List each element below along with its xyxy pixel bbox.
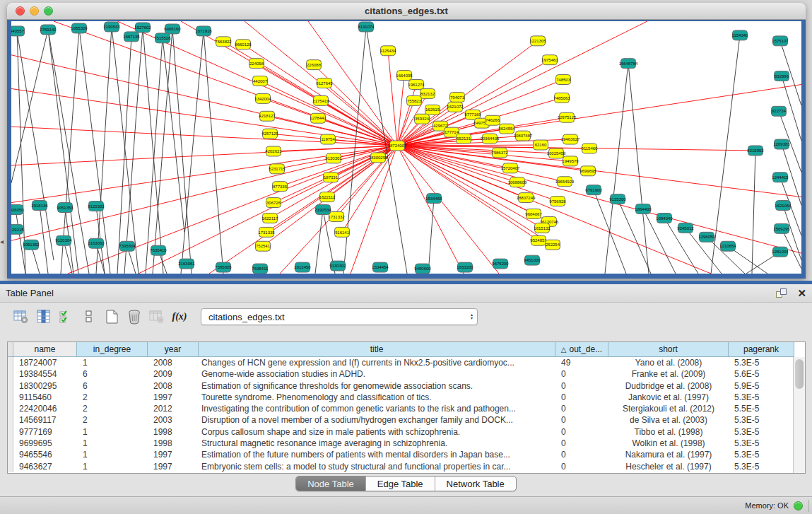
- graph-node-label: 1154340: [732, 33, 749, 37]
- citation-edge-black[interactable]: [315, 210, 323, 274]
- table-selector[interactable]: citations_edges.txt ▴▾: [201, 308, 478, 325]
- citation-edge-black[interactable]: [96, 27, 112, 274]
- graph-node-label: 2175419: [312, 99, 329, 103]
- cell-in-degree: 2: [77, 414, 148, 426]
- citation-edge-black[interactable]: [181, 31, 204, 274]
- graph-node-label: 1569295: [773, 227, 790, 231]
- cell-year: 2003: [148, 414, 199, 426]
- table-row[interactable]: 946554611997Estimation of the future num…: [8, 449, 805, 460]
- graph-node-label: 1949579: [562, 159, 579, 163]
- citation-edge-black[interactable]: [79, 28, 110, 274]
- table-mode-icon[interactable]: [10, 307, 33, 327]
- function-builder-icon[interactable]: f(x): [168, 307, 191, 327]
- close-panel-icon[interactable]: ✕: [797, 288, 806, 298]
- status-bar: Memory: OK: [0, 496, 812, 514]
- table-row[interactable]: 946362711997Embryonic stem cells: a mode…: [8, 461, 805, 472]
- graph-node-label: 9115460: [582, 146, 599, 151]
- table-row[interactable]: 969969511998Structural magnetic resonanc…: [8, 438, 805, 449]
- citation-edge-red[interactable]: [397, 146, 711, 274]
- table-row[interactable]: 977716911998Corpus callosum shape and si…: [8, 426, 805, 438]
- cell-year: 1997: [148, 461, 199, 472]
- citation-edge-red[interactable]: [397, 41, 538, 146]
- column-header-pagerank[interactable]: pagerank: [729, 342, 794, 357]
- column-header-in-degree[interactable]: in_degree: [77, 342, 148, 357]
- citation-edge-red[interactable]: [388, 51, 397, 146]
- float-panel-icon[interactable]: [776, 288, 787, 298]
- citation-edge-red[interactable]: [68, 146, 397, 274]
- create-column-icon[interactable]: [100, 307, 123, 327]
- row-gutter: [8, 461, 13, 472]
- table-row[interactable]: 1830029562008Estimation of significance …: [8, 380, 805, 392]
- cell-pagerank: 5.3E-5: [729, 414, 794, 426]
- memory-ok-icon[interactable]: [794, 501, 803, 510]
- graph-node-label: 224058: [249, 62, 264, 66]
- column-header-short[interactable]: short: [608, 342, 729, 357]
- row-gutter: [8, 392, 13, 403]
- graph-node-label: 877335: [273, 185, 288, 189]
- table-vertical-scrollbar[interactable]: [793, 357, 805, 473]
- delete-columns-icon[interactable]: [123, 307, 146, 327]
- tab-network-table[interactable]: Network Table: [435, 477, 516, 491]
- row-gutter: [8, 426, 13, 438]
- citation-edge-red[interactable]: [209, 146, 397, 274]
- window-titlebar[interactable]: citations_edges.txt: [7, 3, 806, 20]
- zoom-button[interactable]: [44, 6, 53, 16]
- table-row[interactable]: 1938455462009Genome-wide association stu…: [8, 368, 805, 380]
- citation-edge-black[interactable]: [711, 35, 740, 274]
- citation-edge-red[interactable]: [11, 55, 397, 146]
- tab-edge-table[interactable]: Edge Table: [366, 477, 435, 491]
- scrollbar-thumb[interactable]: [795, 359, 804, 389]
- column-header-title[interactable]: title: [199, 342, 555, 357]
- citation-edge-black[interactable]: [117, 37, 131, 274]
- citation-edge-black[interactable]: [428, 199, 434, 274]
- graph-node-label: 1210654: [719, 244, 736, 248]
- graph-node-label: 1071918: [195, 29, 212, 33]
- cell-out-degree: 0: [555, 392, 608, 403]
- graph-node-label: 10807487: [514, 134, 533, 138]
- cell-name: 19384554: [13, 368, 77, 380]
- table-row[interactable]: 911546021997Tourette syndrome. Phenomeno…: [8, 392, 805, 403]
- west-panel-collapse-arrow[interactable]: ◂: [0, 238, 4, 245]
- graph-node-label: 1575107: [772, 39, 789, 43]
- show-columns-icon[interactable]: [33, 307, 55, 327]
- column-header-name[interactable]: name: [13, 342, 77, 357]
- cell-in-degree: 1: [77, 461, 148, 472]
- cell-title: Changes of HCN gene expression and I(f) …: [199, 357, 555, 368]
- table-panel: Table Panel ✕: [0, 281, 812, 496]
- column-header-out-degree[interactable]: △out_de...: [555, 342, 608, 357]
- tab-node-table[interactable]: Node Table: [296, 477, 366, 491]
- selection-mode-icon[interactable]: [55, 307, 78, 327]
- graph-node-label: 12975125: [558, 115, 577, 119]
- cell-out-degree: 0: [555, 438, 608, 449]
- citation-edge-red[interactable]: [397, 146, 801, 253]
- minimize-button[interactable]: [30, 6, 39, 16]
- citation-edge-black[interactable]: [605, 64, 628, 274]
- row-gutter: [8, 368, 13, 380]
- citation-edge-black[interactable]: [112, 27, 139, 274]
- citation-edge-black[interactable]: [11, 30, 48, 183]
- delete-table-icon[interactable]: [146, 307, 168, 327]
- cell-name: 9115460: [13, 392, 77, 403]
- citation-edge-red[interactable]: [397, 146, 558, 201]
- citation-edge-red[interactable]: [11, 127, 397, 146]
- table-row[interactable]: 1872400712008Changes of HCN gene express…: [8, 357, 805, 368]
- table-row[interactable]: 1456911722003Disruption of a novel membe…: [8, 414, 805, 426]
- cell-pagerank: 5.3E-5: [729, 438, 794, 449]
- close-button[interactable]: [16, 6, 25, 16]
- graph-node-label: 9756928: [549, 199, 566, 204]
- network-canvas[interactable]: 1872400779407116210729777169649756874626…: [11, 21, 801, 274]
- graph-node-label: 1527602: [134, 25, 151, 30]
- citation-edge-black[interactable]: [143, 28, 163, 274]
- citation-edge-black[interactable]: [752, 151, 755, 274]
- citation-edge-black[interactable]: [628, 64, 649, 274]
- column-header-year[interactable]: year: [148, 342, 199, 357]
- citation-edge-red[interactable]: [11, 88, 397, 146]
- citation-edge-black[interactable]: [17, 31, 25, 274]
- citation-edge-red[interactable]: [397, 146, 499, 274]
- citation-edge-black[interactable]: [124, 28, 143, 274]
- table-row[interactable]: 2242004622012Investigating the contribut…: [8, 403, 805, 414]
- row-height-icon[interactable]: [78, 307, 100, 327]
- graph-node-label: 1731335: [258, 230, 275, 235]
- citation-edge-black[interactable]: [204, 31, 223, 274]
- cell-title: Disruption of a novel member of a sodium…: [199, 414, 555, 426]
